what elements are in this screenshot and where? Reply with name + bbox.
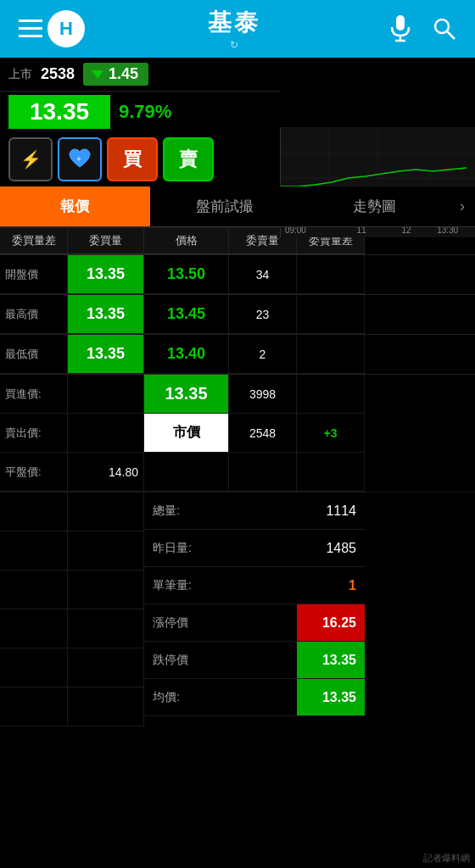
empty-data-rows: 總量: 1114 昨日量: 1485 單筆量: 1 漲停價 16.25 跌停價 … (0, 492, 475, 726)
info-avg-price: 均價: 13.35 (144, 679, 365, 716)
cell-flat-val: 14.80 (68, 453, 144, 492)
price-percent: 9.79% (119, 101, 171, 123)
limit-down-value: 13.35 (297, 642, 365, 678)
info-limit-down: 跌停價 13.35 (144, 642, 365, 679)
search-icon[interactable] (428, 12, 461, 46)
cell-price-1: 13.50 (144, 255, 229, 294)
tab-row: 報價 盤前試撮 走勢圖 › (0, 186, 475, 227)
svg-rect-1 (19, 27, 42, 30)
cell-sell-qty-2: 23 (229, 295, 297, 334)
cell-sell-diff-1 (297, 255, 365, 294)
change-badge: 1.45 (83, 63, 148, 86)
single-vol-label: 單筆量: (144, 567, 297, 604)
svg-text:+: + (76, 154, 81, 164)
cell-sell-price-label: 賣出價: (0, 414, 68, 453)
limit-down-label: 跌停價 (144, 642, 297, 678)
cell-low-val: 13.35 (68, 335, 144, 374)
yest-vol-value: 1485 (297, 530, 365, 566)
svg-rect-3 (396, 15, 405, 31)
avg-price-value: 13.35 (297, 679, 365, 715)
svg-point-6 (435, 19, 449, 33)
cell-price-2: 13.45 (144, 295, 229, 334)
cell-price-3: 13.40 (144, 335, 229, 374)
cell-sell-diff-3 (297, 335, 365, 374)
cell-open-label: 開盤價 (0, 255, 68, 294)
change-value: 1.45 (109, 65, 138, 83)
cell-high-label: 最高價 (0, 295, 68, 334)
triangle-down-icon (92, 70, 103, 79)
cell-sell-qty-3: 2 (229, 335, 297, 374)
table-row: 賣出價: 平盤價: 14.80 市價 2548 +3 (0, 414, 475, 492)
limit-up-value: 16.25 (297, 604, 365, 641)
table-row: 最低價 13.35 13.40 2 (0, 334, 475, 374)
tab-arrow-icon[interactable]: › (450, 186, 475, 226)
sell-button[interactable]: 賣 (163, 137, 214, 181)
info-single-volume: 單筆量: 1 (144, 567, 365, 604)
table-row: 買進價: 13.35 3998 (0, 374, 475, 414)
svg-rect-0 (19, 19, 42, 22)
cell-sell-diff-4 (297, 375, 365, 414)
cell-market-price: 市價 (144, 414, 229, 453)
tab-quote[interactable]: 報價 (0, 186, 150, 226)
cell-flat-label: 平盤價: (0, 453, 68, 492)
mic-icon[interactable] (383, 12, 417, 46)
table-row: 開盤價 13.35 13.50 34 (0, 254, 475, 294)
header-actions (383, 12, 461, 46)
cell-buy-val (68, 375, 144, 414)
cell-sell-qty-1: 34 (229, 255, 297, 294)
cell-empty-5c (297, 453, 365, 492)
cell-open-val: 13.35 (68, 255, 144, 294)
cell-empty-5b (229, 453, 297, 492)
info-limit-up: 漲停價 16.25 (144, 604, 365, 642)
heart-button[interactable]: + (58, 137, 102, 181)
cell-high-val: 13.35 (68, 295, 144, 334)
lightning-button[interactable]: ⚡ (8, 137, 53, 181)
price-row: 13.35 9.79% (0, 92, 280, 132)
svg-line-7 (447, 31, 455, 39)
app-title: 基泰 (208, 7, 260, 39)
limit-up-label: 漲停價 (144, 604, 297, 641)
buy-button[interactable]: 買 (107, 137, 158, 181)
header: H 基泰 ↻ (0, 0, 475, 58)
main-price: 13.35 (8, 95, 110, 129)
cell-low-label: 最低價 (0, 335, 68, 374)
market-label: 上市 (8, 67, 32, 82)
tab-chart[interactable]: 走勢圖 (299, 186, 450, 226)
col-header-2: 委買量 (68, 228, 144, 254)
cell-sell-diff-5: +3 (297, 414, 365, 453)
cell-sell-qty-5: 2548 (229, 414, 297, 453)
stock-info-section: 上市 2538 1.45 13.35 9.79% ⚡ + 買 (0, 58, 475, 186)
logo[interactable]: H (48, 10, 85, 47)
watermark: 記者爆料網 (423, 852, 470, 865)
header-center: 基泰 ↻ (85, 7, 383, 51)
tab-pretrade[interactable]: 盤前試撮 (150, 186, 300, 226)
cell-sell-price-val (68, 414, 144, 453)
svg-rect-2 (19, 35, 42, 37)
action-row: ⚡ + 買 賣 (0, 132, 280, 186)
col-header-3: 價格 (144, 228, 229, 254)
table-row: 最高價 13.35 13.45 23 (0, 294, 475, 334)
info-total-volume: 總量: 1114 (144, 492, 365, 530)
yest-vol-label: 昨日量: (144, 530, 297, 566)
cell-empty-price (144, 453, 229, 492)
subtitle-icon: ↻ (230, 39, 238, 51)
cell-price-4: 13.35 (144, 375, 229, 414)
cell-buy-label: 買進價: (0, 375, 68, 414)
cell-sell-qty-4: 3998 (229, 375, 297, 414)
info-section: 總量: 1114 昨日量: 1485 單筆量: 1 漲停價 16.25 跌停價 … (144, 492, 365, 726)
single-vol-value: 1 (297, 567, 365, 604)
stock-bar: 上市 2538 1.45 (0, 58, 280, 92)
cell-sell-diff-2 (297, 295, 365, 334)
avg-price-label: 均價: (144, 679, 297, 715)
total-vol-value: 1114 (297, 492, 365, 529)
menu-icon[interactable] (14, 12, 48, 46)
col-header-1: 委買量差 (0, 228, 68, 254)
stock-code: 2538 (41, 65, 75, 83)
info-yesterday-volume: 昨日量: 1485 (144, 530, 365, 567)
total-vol-label: 總量: (144, 492, 297, 529)
